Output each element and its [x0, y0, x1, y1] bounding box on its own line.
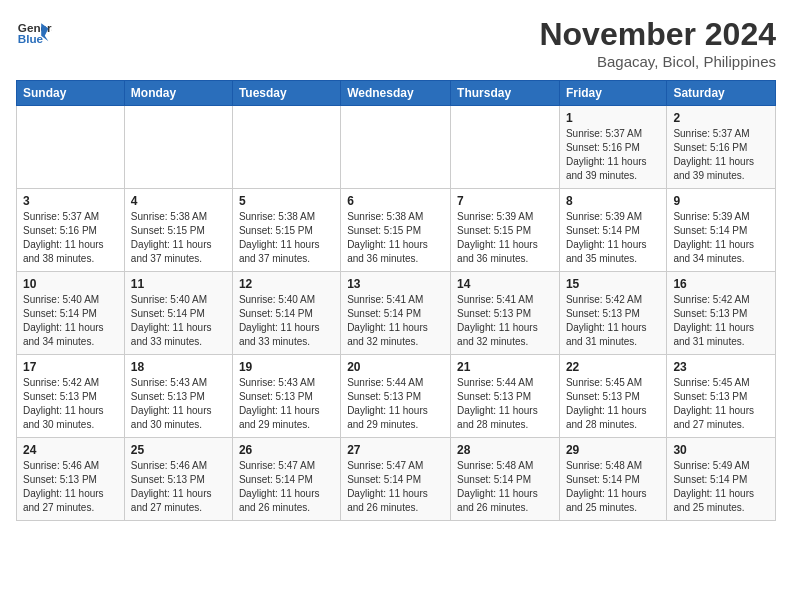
day-number: 6	[347, 194, 444, 208]
logo-icon: General Blue	[16, 16, 52, 52]
calendar-cell: 6Sunrise: 5:38 AM Sunset: 5:15 PM Daylig…	[341, 189, 451, 272]
page-header: General Blue November 2024 Bagacay, Bico…	[16, 16, 776, 70]
day-info: Sunrise: 5:44 AM Sunset: 5:13 PM Dayligh…	[457, 376, 553, 432]
calendar-cell: 21Sunrise: 5:44 AM Sunset: 5:13 PM Dayli…	[451, 355, 560, 438]
day-number: 24	[23, 443, 118, 457]
day-info: Sunrise: 5:41 AM Sunset: 5:14 PM Dayligh…	[347, 293, 444, 349]
calendar-week-row: 1Sunrise: 5:37 AM Sunset: 5:16 PM Daylig…	[17, 106, 776, 189]
day-number: 30	[673, 443, 769, 457]
day-info: Sunrise: 5:46 AM Sunset: 5:13 PM Dayligh…	[131, 459, 226, 515]
day-number: 12	[239, 277, 334, 291]
day-number: 16	[673, 277, 769, 291]
weekday-header: Friday	[559, 81, 666, 106]
location: Bagacay, Bicol, Philippines	[539, 53, 776, 70]
day-number: 5	[239, 194, 334, 208]
day-number: 23	[673, 360, 769, 374]
day-info: Sunrise: 5:42 AM Sunset: 5:13 PM Dayligh…	[566, 293, 660, 349]
calendar-cell	[341, 106, 451, 189]
calendar-cell: 1Sunrise: 5:37 AM Sunset: 5:16 PM Daylig…	[559, 106, 666, 189]
weekday-header: Thursday	[451, 81, 560, 106]
day-number: 14	[457, 277, 553, 291]
day-number: 25	[131, 443, 226, 457]
weekday-header: Tuesday	[232, 81, 340, 106]
day-number: 2	[673, 111, 769, 125]
day-number: 1	[566, 111, 660, 125]
calendar-cell: 9Sunrise: 5:39 AM Sunset: 5:14 PM Daylig…	[667, 189, 776, 272]
day-number: 8	[566, 194, 660, 208]
month-title: November 2024	[539, 16, 776, 53]
calendar-cell: 4Sunrise: 5:38 AM Sunset: 5:15 PM Daylig…	[124, 189, 232, 272]
calendar-cell: 26Sunrise: 5:47 AM Sunset: 5:14 PM Dayli…	[232, 438, 340, 521]
day-info: Sunrise: 5:39 AM Sunset: 5:14 PM Dayligh…	[566, 210, 660, 266]
day-info: Sunrise: 5:39 AM Sunset: 5:14 PM Dayligh…	[673, 210, 769, 266]
day-info: Sunrise: 5:44 AM Sunset: 5:13 PM Dayligh…	[347, 376, 444, 432]
day-info: Sunrise: 5:39 AM Sunset: 5:15 PM Dayligh…	[457, 210, 553, 266]
day-number: 27	[347, 443, 444, 457]
calendar-cell: 15Sunrise: 5:42 AM Sunset: 5:13 PM Dayli…	[559, 272, 666, 355]
calendar-cell: 20Sunrise: 5:44 AM Sunset: 5:13 PM Dayli…	[341, 355, 451, 438]
calendar-cell: 25Sunrise: 5:46 AM Sunset: 5:13 PM Dayli…	[124, 438, 232, 521]
calendar-week-row: 10Sunrise: 5:40 AM Sunset: 5:14 PM Dayli…	[17, 272, 776, 355]
day-info: Sunrise: 5:38 AM Sunset: 5:15 PM Dayligh…	[131, 210, 226, 266]
day-info: Sunrise: 5:42 AM Sunset: 5:13 PM Dayligh…	[673, 293, 769, 349]
day-info: Sunrise: 5:37 AM Sunset: 5:16 PM Dayligh…	[566, 127, 660, 183]
day-number: 15	[566, 277, 660, 291]
calendar-cell: 17Sunrise: 5:42 AM Sunset: 5:13 PM Dayli…	[17, 355, 125, 438]
day-info: Sunrise: 5:48 AM Sunset: 5:14 PM Dayligh…	[457, 459, 553, 515]
day-number: 26	[239, 443, 334, 457]
calendar-cell: 2Sunrise: 5:37 AM Sunset: 5:16 PM Daylig…	[667, 106, 776, 189]
logo: General Blue	[16, 16, 52, 52]
day-number: 3	[23, 194, 118, 208]
day-info: Sunrise: 5:40 AM Sunset: 5:14 PM Dayligh…	[131, 293, 226, 349]
day-number: 11	[131, 277, 226, 291]
weekday-header: Sunday	[17, 81, 125, 106]
day-number: 29	[566, 443, 660, 457]
day-info: Sunrise: 5:40 AM Sunset: 5:14 PM Dayligh…	[23, 293, 118, 349]
day-info: Sunrise: 5:45 AM Sunset: 5:13 PM Dayligh…	[673, 376, 769, 432]
weekday-header: Monday	[124, 81, 232, 106]
day-info: Sunrise: 5:45 AM Sunset: 5:13 PM Dayligh…	[566, 376, 660, 432]
calendar-cell: 29Sunrise: 5:48 AM Sunset: 5:14 PM Dayli…	[559, 438, 666, 521]
calendar-cell: 18Sunrise: 5:43 AM Sunset: 5:13 PM Dayli…	[124, 355, 232, 438]
day-info: Sunrise: 5:46 AM Sunset: 5:13 PM Dayligh…	[23, 459, 118, 515]
calendar-cell: 10Sunrise: 5:40 AM Sunset: 5:14 PM Dayli…	[17, 272, 125, 355]
day-info: Sunrise: 5:48 AM Sunset: 5:14 PM Dayligh…	[566, 459, 660, 515]
day-info: Sunrise: 5:43 AM Sunset: 5:13 PM Dayligh…	[239, 376, 334, 432]
title-section: November 2024 Bagacay, Bicol, Philippine…	[539, 16, 776, 70]
calendar-cell: 28Sunrise: 5:48 AM Sunset: 5:14 PM Dayli…	[451, 438, 560, 521]
calendar-cell: 23Sunrise: 5:45 AM Sunset: 5:13 PM Dayli…	[667, 355, 776, 438]
day-number: 10	[23, 277, 118, 291]
calendar-cell	[124, 106, 232, 189]
day-info: Sunrise: 5:37 AM Sunset: 5:16 PM Dayligh…	[23, 210, 118, 266]
calendar-cell	[17, 106, 125, 189]
calendar-week-row: 24Sunrise: 5:46 AM Sunset: 5:13 PM Dayli…	[17, 438, 776, 521]
calendar-cell: 14Sunrise: 5:41 AM Sunset: 5:13 PM Dayli…	[451, 272, 560, 355]
calendar-cell: 24Sunrise: 5:46 AM Sunset: 5:13 PM Dayli…	[17, 438, 125, 521]
calendar-cell: 27Sunrise: 5:47 AM Sunset: 5:14 PM Dayli…	[341, 438, 451, 521]
day-info: Sunrise: 5:38 AM Sunset: 5:15 PM Dayligh…	[347, 210, 444, 266]
day-info: Sunrise: 5:47 AM Sunset: 5:14 PM Dayligh…	[239, 459, 334, 515]
weekday-header: Saturday	[667, 81, 776, 106]
day-number: 18	[131, 360, 226, 374]
day-info: Sunrise: 5:40 AM Sunset: 5:14 PM Dayligh…	[239, 293, 334, 349]
day-number: 9	[673, 194, 769, 208]
day-info: Sunrise: 5:37 AM Sunset: 5:16 PM Dayligh…	[673, 127, 769, 183]
day-info: Sunrise: 5:41 AM Sunset: 5:13 PM Dayligh…	[457, 293, 553, 349]
calendar-week-row: 3Sunrise: 5:37 AM Sunset: 5:16 PM Daylig…	[17, 189, 776, 272]
day-number: 7	[457, 194, 553, 208]
calendar-cell: 7Sunrise: 5:39 AM Sunset: 5:15 PM Daylig…	[451, 189, 560, 272]
calendar-week-row: 17Sunrise: 5:42 AM Sunset: 5:13 PM Dayli…	[17, 355, 776, 438]
calendar-cell	[232, 106, 340, 189]
calendar-cell: 19Sunrise: 5:43 AM Sunset: 5:13 PM Dayli…	[232, 355, 340, 438]
day-info: Sunrise: 5:47 AM Sunset: 5:14 PM Dayligh…	[347, 459, 444, 515]
calendar-cell: 13Sunrise: 5:41 AM Sunset: 5:14 PM Dayli…	[341, 272, 451, 355]
weekday-header-row: SundayMondayTuesdayWednesdayThursdayFrid…	[17, 81, 776, 106]
day-info: Sunrise: 5:43 AM Sunset: 5:13 PM Dayligh…	[131, 376, 226, 432]
day-number: 21	[457, 360, 553, 374]
calendar-cell: 5Sunrise: 5:38 AM Sunset: 5:15 PM Daylig…	[232, 189, 340, 272]
day-number: 17	[23, 360, 118, 374]
weekday-header: Wednesday	[341, 81, 451, 106]
day-info: Sunrise: 5:38 AM Sunset: 5:15 PM Dayligh…	[239, 210, 334, 266]
day-number: 19	[239, 360, 334, 374]
day-info: Sunrise: 5:42 AM Sunset: 5:13 PM Dayligh…	[23, 376, 118, 432]
